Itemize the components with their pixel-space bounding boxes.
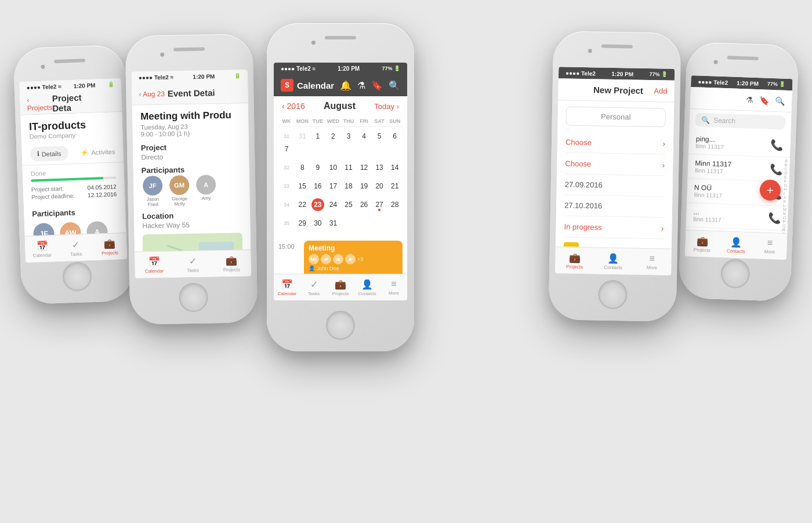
tab-projects-p1[interactable]: 💼 Projects [92,233,127,260]
cal-day-23-today[interactable]: 23 [311,198,324,211]
search-icon-p3[interactable]: 🔍 [389,80,400,91]
tab-calendar-p3[interactable]: 📅 Calendar [274,274,300,300]
cal-day-5[interactable]: 5 [373,130,386,143]
cal-day-29[interactable]: 29 [296,217,309,230]
cal-day-17[interactable]: 17 [327,180,339,193]
battery-p1: 🔋 [107,81,114,87]
ep-avatar-gm: GM [169,175,190,195]
bookmark-icon-p3[interactable]: 🔖 [371,80,383,91]
cal-day-22[interactable]: 22 [296,198,309,211]
tab-contacts-p4[interactable]: 👤 Contacts [594,248,633,274]
sat-header: SAT [372,118,387,124]
filter-icon-p5[interactable]: ⚗ [746,95,754,104]
cal-day-14[interactable]: 14 [389,161,401,174]
time-p4: 1:20 PM [611,70,633,77]
cal-day-6[interactable]: 6 [389,130,401,143]
cal-day-27[interactable]: 27 [373,198,386,211]
cal-day-7[interactable]: 7 [280,143,293,155]
bookmark-icon-p5[interactable]: 🔖 [759,96,770,106]
tab-contacts-p5[interactable]: 👤 Contacts [719,231,753,259]
cal-day-10[interactable]: 10 [327,161,339,174]
cancel-button-p4[interactable] [566,89,583,90]
year-nav[interactable]: ‹ 2016 [282,101,305,111]
event-meeting[interactable]: 15:00 Meeting MS JF JK JF +3 [278,237,403,274]
tab-projects-p4[interactable]: 💼 Projects [555,247,594,274]
project-field-value: Directo [141,152,241,162]
cal-day-25[interactable]: 25 [342,198,355,211]
back-button-p1[interactable]: ‹ Projects [27,95,52,112]
ep-jf: JF Jason Fried [142,176,164,208]
event-card-meeting[interactable]: Meeting MS JF JK JF +3 👤John Doe [304,241,403,274]
date-row-2[interactable]: 27.10.2016 [564,195,665,217]
tab-contacts-p3[interactable]: 👤 Contacts [354,274,380,300]
tab-projects-p5[interactable]: 💼 Projects [685,230,720,257]
tab-tasks-p3[interactable]: ✓ Tasks [300,274,327,300]
tab-more-p3[interactable]: ≡ More [380,274,407,300]
search-icon-p5[interactable]: 🔍 [775,96,785,106]
cal-day-12[interactable]: 12 [358,161,371,174]
cal-day-9[interactable]: 9 [311,161,324,174]
contact-item-1[interactable]: ping... llinn 11317 📞 [688,130,791,158]
phone-icon-2[interactable]: 📞 [770,162,783,176]
cal-day-26[interactable]: 26 [358,198,371,211]
choose-row-1[interactable]: Choose › [566,132,666,155]
cal-day-2[interactable]: 2 [327,130,339,143]
cal-day-28[interactable]: 28 [389,198,401,211]
tab-projects-p2[interactable]: 💼 Projects [212,250,251,277]
cal-day-19[interactable]: 19 [358,180,371,193]
cal-day-3[interactable]: 3 [342,130,355,143]
tab-bar-p5: 💼 Projects 👤 Contacts ≡ More [685,230,787,260]
cal-day-1[interactable]: 1 [311,130,324,143]
tab-calendar-p2[interactable]: 📅 Calendar [135,252,173,278]
personal-box[interactable]: Personal [566,107,666,128]
tab-calendar-p1[interactable]: 📅 Calendar [25,235,60,263]
cal-day-empty-1 [342,217,355,230]
tab-projects-p3[interactable]: 💼 Projects [327,274,354,300]
new-project-content: Personal Choose › Choose › 27.09.2016 [556,100,674,248]
contact-item-3[interactable]: ... llinn 11317 📞 [686,203,788,231]
tab-more-label-p3: More [389,290,399,296]
tab-more-p4[interactable]: ≡ More [632,249,671,275]
phone-icon-3[interactable]: 📞 [768,211,781,224]
phone-icon-1[interactable]: 📞 [770,138,784,151]
tab-tasks-p2[interactable]: ✓ Tasks [173,250,212,277]
choose-row-2[interactable]: Choose › [565,153,665,176]
more-icon-p5: ≡ [767,238,773,248]
filter-icon[interactable]: ⚗ [357,80,365,91]
phone-1: ●●●● Tele2 ≈ 1:20 PM 🔋 ‹ Projects Projec… [13,45,133,304]
cal-day-31b[interactable]: 31 [327,217,339,230]
cal-day-8[interactable]: 8 [296,161,309,174]
cal-day-30[interactable]: 30 [311,217,324,230]
cal-day-15[interactable]: 15 [296,180,309,193]
start-val: 04.05.2012 [88,183,117,191]
add-button-p4[interactable]: Add [654,86,667,95]
contacts-search[interactable]: 🔍 Search [695,112,786,129]
tab-contacts-label-p4: Contacts [604,264,622,270]
today-button[interactable]: Today › [374,102,399,111]
cal-day-24[interactable]: 24 [327,198,339,211]
tab-projects-label-p1: Projects [102,250,118,256]
cal-day-18[interactable]: 18 [342,180,355,193]
tab-tasks-p1[interactable]: ✓ Tasks [59,234,93,262]
tab-details[interactable]: ℹ Details [30,146,68,161]
cal-day-4[interactable]: 4 [358,130,371,143]
date-row-1[interactable]: 27.09.2016 [564,174,665,197]
contact-item-2[interactable]: Minn 11317 llinn 11317 📞 [688,154,790,182]
tab-activities[interactable]: ⚡ Activites [74,144,122,160]
idx-s[interactable]: S [782,232,786,233]
cal-day-20[interactable]: 20 [373,180,386,193]
contact-sub-n: llinn 11317 [694,191,722,199]
status-label: Done [31,167,116,177]
cal-day-21[interactable]: 21 [389,180,401,193]
tab-more-p5[interactable]: ≡ More [752,233,787,260]
cal-day-16[interactable]: 16 [311,180,324,193]
calendar-icon-p2: 📅 [148,256,160,267]
status-row[interactable]: In progress › [564,216,664,239]
tab-projects-label-p2: Projects [223,267,240,273]
cal-day-31[interactable]: 31 [296,130,309,143]
deadline-key: Project deadline: [31,193,75,201]
cal-day-13[interactable]: 13 [373,161,386,174]
back-button-p2[interactable]: ‹ Aug 23 [139,89,165,98]
cal-day-11[interactable]: 11 [342,161,355,174]
bell-icon[interactable]: 🔔 [340,80,351,91]
